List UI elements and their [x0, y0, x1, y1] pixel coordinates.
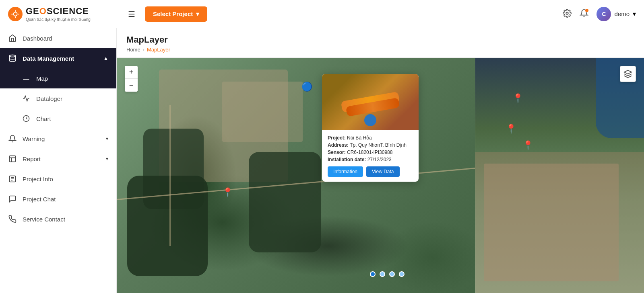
sidebar-label-service-contact: Service Contact — [23, 216, 65, 223]
bell-icon — [8, 134, 17, 143]
sidebar-label-warning: Warning — [23, 135, 45, 142]
sidebar-label-chart: Chart — [36, 115, 51, 122]
logo-area: GEOSCIENCE Quan trắc địa kỹ thuật & môi … — [8, 6, 125, 22]
view-data-button[interactable]: View Data — [366, 166, 399, 177]
select-project-chevron: ▾ — [196, 10, 199, 18]
map-dots — [370, 271, 405, 277]
body-wrap: Dashboard Data Management ▲ — Map — [0, 28, 644, 293]
hamburger-button[interactable]: ☰ — [125, 6, 138, 22]
urban-right — [484, 164, 619, 281]
map-background: 📍 📍 📍 📍 🔵 📍 — [117, 58, 644, 293]
sidebar-item-project-info[interactable]: Project Info — [0, 169, 116, 189]
map-dot-1[interactable] — [370, 271, 376, 277]
logo-geo: GE — [26, 6, 39, 16]
sidebar-label-dashboard: Dashboard — [23, 35, 52, 42]
svg-point-2 — [10, 55, 16, 57]
popup-buttons: Information View Data — [328, 166, 413, 177]
select-project-button[interactable]: Select Project ▾ — [145, 6, 207, 22]
chart-icon — [22, 114, 31, 123]
popup-project-line: Project: Núi Bà Hỏa — [328, 135, 413, 141]
user-menu[interactable]: C demo ▾ — [597, 7, 636, 21]
user-chevron: ▾ — [633, 10, 636, 18]
road-2 — [169, 105, 171, 246]
logo-subtitle: Quan trắc địa kỹ thuật & môi trường — [26, 17, 91, 22]
logo-text-block: GEOSCIENCE Quan trắc địa kỹ thuật & môi … — [26, 6, 91, 22]
chevron-down-icon: ▾ — [106, 136, 108, 141]
page-header: MapLayer Home › MapLayer — [117, 28, 644, 58]
chevron-up-icon: ▲ — [103, 55, 108, 61]
user-name: demo — [614, 10, 630, 17]
sidebar-label-project-chat: Project Chat — [23, 196, 56, 203]
zoom-controls: + − — [125, 66, 138, 92]
logo-icon — [8, 7, 23, 21]
page-title: MapLayer — [126, 35, 634, 45]
header: GEOSCIENCE Quan trắc địa kỹ thuật & môi … — [0, 0, 644, 28]
sidebar-item-dashboard[interactable]: Dashboard — [0, 28, 116, 48]
breadcrumb-current: MapLayer — [147, 47, 170, 53]
svg-rect-4 — [10, 156, 16, 162]
breadcrumb-home[interactable]: Home — [126, 47, 140, 53]
map-popup: Project: Núi Bà Hỏa Address: Tp. Quy Nhơ… — [322, 74, 419, 182]
zoom-out-button[interactable]: − — [125, 79, 138, 92]
svg-point-1 — [566, 12, 569, 14]
notification-button[interactable] — [580, 9, 588, 19]
sidebar-item-chart[interactable]: Chart — [0, 109, 116, 129]
map-right-panel: 📍 📍 📍 — [475, 58, 644, 293]
map-pin-orange-3[interactable]: 📍 — [522, 140, 533, 151]
urban-patch-2 — [222, 82, 303, 142]
popup-project-value: Núi Bà Hỏa — [347, 135, 372, 141]
forest-patch-3 — [249, 152, 321, 252]
sidebar-item-data-management[interactable]: Data Management ▲ — [0, 48, 116, 68]
report-icon — [8, 154, 17, 163]
main-content: MapLayer Home › MapLayer — [117, 28, 644, 293]
sidebar-label-project-info: Project Info — [23, 176, 53, 182]
popup-date-line: Installation date: 27/12/2023 — [328, 157, 413, 162]
sensor-indicator — [364, 114, 376, 126]
svg-point-0 — [13, 12, 17, 16]
info-icon — [8, 174, 17, 183]
sidebar-item-report[interactable]: Report ▾ — [0, 149, 116, 169]
map-pin-blue-1[interactable]: 📍 — [222, 187, 233, 198]
svg-marker-11 — [624, 70, 632, 74]
chevron-down-icon-2: ▾ — [106, 156, 108, 162]
popup-sensor-value: CR6-18201-IPI30988 — [347, 150, 392, 155]
sidebar-item-project-chat[interactable]: Project Chat — [0, 189, 116, 209]
map-pin-orange-1[interactable]: 📍 — [512, 93, 523, 104]
map-layer-button[interactable] — [620, 66, 636, 82]
sidebar-item-map[interactable]: — Map — [0, 68, 116, 88]
pulse-icon — [22, 94, 31, 103]
sidebar-label-map: Map — [36, 75, 48, 82]
sidebar-item-warning[interactable]: Warning ▾ — [0, 129, 116, 149]
information-button[interactable]: Information — [328, 166, 363, 177]
sidebar-label-data-management: Data Management — [23, 55, 74, 62]
sidebar-label-report: Report — [23, 156, 41, 162]
sidebar-item-service-contact[interactable]: Service Contact — [0, 209, 116, 229]
logo-o: O — [39, 6, 47, 16]
popup-image — [322, 74, 419, 130]
database-icon — [8, 54, 17, 63]
home-icon — [8, 34, 17, 43]
sidebar: Dashboard Data Management ▲ — Map — [0, 28, 117, 293]
zoom-in-button[interactable]: + — [125, 66, 138, 79]
map-pin-blue-2[interactable]: 🔵 — [301, 82, 312, 92]
map-dot-2[interactable] — [380, 271, 385, 277]
map-dot-4[interactable] — [399, 271, 405, 277]
map-area[interactable]: 📍 📍 📍 📍 🔵 📍 — [117, 58, 644, 293]
breadcrumb: Home › MapLayer — [126, 47, 634, 53]
popup-address-line: Address: Tp. Quy NhơnT. Bình Định — [328, 142, 413, 148]
popup-date-value: 27/12/2023 — [367, 157, 392, 162]
breadcrumb-separator: › — [143, 47, 144, 53]
map-pin-orange-2[interactable]: 📍 — [506, 124, 516, 134]
map-dot-3[interactable] — [389, 271, 395, 277]
forest-patch-2 — [127, 176, 208, 276]
logo-rest: SCIENCE — [47, 6, 89, 16]
sidebar-label-dataloger: Dataloger — [36, 95, 62, 102]
select-project-label: Select Project — [153, 10, 193, 17]
phone-icon — [8, 215, 17, 223]
popup-address-value: Tp. Quy NhơnT. Bình Định — [350, 142, 407, 148]
popup-body: Project: Núi Bà Hỏa Address: Tp. Quy Nhơ… — [322, 130, 419, 182]
chat-icon — [8, 195, 17, 203]
settings-button[interactable] — [563, 9, 572, 19]
sidebar-item-dataloger[interactable]: Dataloger — [0, 88, 116, 109]
header-center: ☰ Select Project ▾ — [125, 6, 563, 22]
